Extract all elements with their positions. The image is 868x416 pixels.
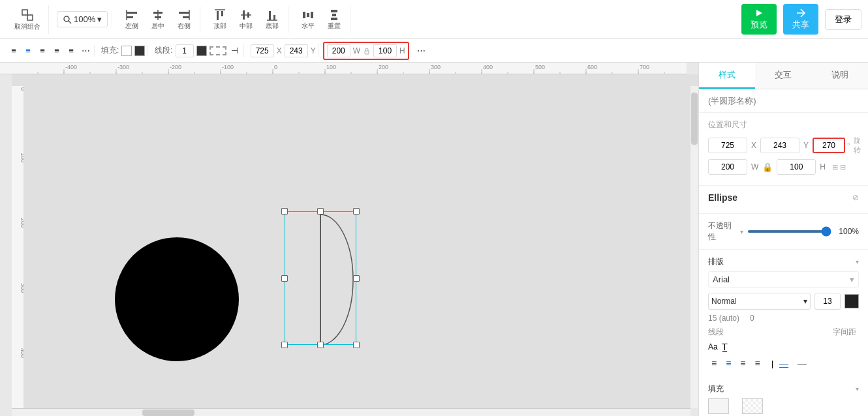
- top-right-actions: 预览 共享 登录: [741, 4, 861, 35]
- text-align-right-icon[interactable]: ≡: [51, 45, 63, 57]
- distribute-horizontal-icon: [302, 8, 315, 22]
- text-strikethrough-btn[interactable]: —: [794, 356, 810, 370]
- handle-bottom-center[interactable]: [317, 342, 324, 348]
- font-dropdown-arrow: ▾: [850, 275, 854, 284]
- x-pos-input[interactable]: [251, 44, 274, 57]
- font-name-display[interactable]: Arial ▾: [708, 271, 859, 288]
- fill-image-option: 图片: [742, 398, 763, 416]
- y-label-panel: Y: [803, 141, 809, 150]
- text-align-left-icon[interactable]: ≡: [8, 45, 20, 57]
- line-style-box[interactable]: [209, 46, 226, 55]
- text-align-justify-icon[interactable]: ≡: [37, 45, 48, 57]
- line-spacing-label: 线段: [708, 327, 828, 338]
- distribute-group: 水平 重置: [292, 6, 350, 33]
- text-align-spread-icon[interactable]: ≡: [65, 45, 77, 57]
- align-center-button[interactable]: 居中: [146, 6, 170, 33]
- tab-desc[interactable]: 说明: [812, 63, 868, 89]
- font-color-box[interactable]: [845, 294, 859, 308]
- handle-top-right[interactable]: [353, 208, 360, 215]
- horizontal-scrollbar[interactable]: [12, 408, 690, 416]
- semi-circle-selected[interactable]: [285, 211, 356, 345]
- x-input[interactable]: [708, 138, 747, 153]
- panel-tabs: 样式 交互 说明: [699, 63, 868, 89]
- scrollbar-thumb[interactable]: [691, 93, 698, 145]
- distribute-horizontal-button[interactable]: 水平: [296, 6, 320, 33]
- fill-color-box[interactable]: [134, 46, 145, 56]
- more-options-icon[interactable]: ⋯: [416, 45, 427, 57]
- login-label: 登录: [835, 14, 852, 24]
- line-value-input[interactable]: [176, 44, 194, 57]
- h-label-panel: H: [820, 162, 826, 171]
- cancel-combine-button[interactable]: 取消组合: [10, 5, 44, 34]
- align-middle-button[interactable]: 中部: [234, 6, 258, 33]
- text-align-center-icon[interactable]: ≡: [22, 45, 34, 57]
- rotation-input[interactable]: [813, 138, 845, 153]
- position-size-section: 位置和尺寸 X Y ° 旋转 W: [699, 113, 868, 186]
- h-input[interactable]: [777, 159, 816, 175]
- handle-middle-left[interactable]: [281, 275, 288, 282]
- canvas-wrapper[interactable]: [12, 74, 698, 416]
- fill-color-btn[interactable]: [708, 398, 729, 414]
- svg-rect-7: [127, 16, 133, 18]
- svg-marker-30: [756, 10, 762, 16]
- fill-white-box[interactable]: [121, 46, 132, 56]
- share-button[interactable]: 共享: [783, 4, 818, 35]
- tab-interaction[interactable]: 交互: [755, 63, 811, 89]
- horizontal-scrollbar-thumb[interactable]: [142, 409, 194, 416]
- handle-bottom-left[interactable]: [281, 342, 288, 348]
- login-button[interactable]: 登录: [825, 9, 861, 30]
- y-input[interactable]: [760, 138, 799, 153]
- handle-top-center[interactable]: [317, 208, 324, 215]
- ellipse-edit-icon[interactable]: ⊘: [852, 193, 859, 202]
- h-label: H: [399, 46, 405, 55]
- text-align-justify-btn[interactable]: ≡: [752, 356, 764, 370]
- text-align-right-btn[interactable]: ≡: [737, 356, 749, 370]
- lock-button[interactable]: 🔒: [762, 162, 773, 172]
- w-size-input[interactable]: [327, 44, 350, 57]
- canvas-area[interactable]: [0, 63, 698, 416]
- line-spacing-row: 15 (auto) 0: [708, 314, 859, 323]
- align-left-button[interactable]: 左侧: [120, 6, 144, 33]
- line-color-box[interactable]: [196, 46, 207, 56]
- black-circle-shape[interactable]: [115, 237, 239, 361]
- fill-image-btn[interactable]: [742, 398, 763, 414]
- text-align-separator: |: [771, 359, 773, 368]
- font-style-select[interactable]: Normal ▾: [708, 293, 811, 310]
- svg-rect-1: [27, 15, 33, 20]
- align-right-icon: [178, 8, 191, 22]
- font-size-input[interactable]: [814, 293, 841, 310]
- align-left-label: 左侧: [125, 22, 138, 31]
- w-input[interactable]: [708, 159, 747, 175]
- svg-rect-12: [179, 12, 189, 14]
- align-right-button[interactable]: 右侧: [172, 6, 196, 33]
- tab-style[interactable]: 样式: [699, 63, 755, 89]
- handle-bottom-right[interactable]: [353, 342, 360, 348]
- preview-button[interactable]: 预览: [741, 4, 777, 35]
- opacity-slider[interactable]: [747, 230, 831, 233]
- align-top-icon: [213, 8, 226, 22]
- handle-middle-right[interactable]: [353, 275, 360, 282]
- rotation-unit: °: [847, 141, 850, 149]
- x-label: X: [277, 46, 282, 55]
- h-size-input[interactable]: [373, 44, 397, 57]
- text-align-left-btn[interactable]: ≡: [708, 356, 720, 370]
- line-end-icon[interactable]: ⊣: [229, 45, 241, 57]
- zoom-value: 100%: [74, 14, 95, 24]
- vertical-scrollbar[interactable]: [690, 86, 698, 416]
- zoom-control[interactable]: 100% ▾: [57, 11, 108, 27]
- align-bottom-button[interactable]: 底部: [260, 6, 284, 33]
- text-align-center-btn[interactable]: ≡: [722, 356, 734, 370]
- shape-name-input[interactable]: [708, 96, 859, 106]
- svg-point-4: [64, 16, 69, 22]
- align-top-button[interactable]: 顶部: [208, 6, 232, 33]
- opacity-arrow: ▾: [740, 228, 743, 235]
- preview-icon: [754, 8, 764, 18]
- more-group: ⋯: [413, 45, 430, 57]
- distribute-vertical-button[interactable]: 重置: [322, 6, 346, 33]
- text-underline-btn[interactable]: —: [776, 356, 792, 370]
- canvas-content[interactable]: [23, 74, 690, 416]
- text-align-dotted-icon[interactable]: ⋯: [80, 45, 91, 57]
- handle-top-left[interactable]: [281, 208, 288, 215]
- svg-rect-29: [331, 18, 337, 20]
- y-pos-input[interactable]: [285, 44, 308, 57]
